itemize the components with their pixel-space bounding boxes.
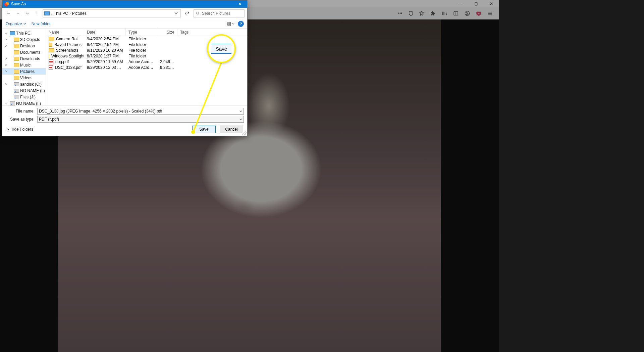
folder-icon xyxy=(14,76,19,80)
tree-item[interactable]: ⌄NO NAME (I:) xyxy=(2,100,46,105)
svg-rect-6 xyxy=(227,24,228,26)
organize-menu[interactable]: Organize xyxy=(6,21,26,26)
folder-icon xyxy=(49,37,54,41)
file-row[interactable]: DSC_3138.pdf9/29/2020 12:03 PMAdobe Acro… xyxy=(46,64,247,70)
folder-tree[interactable]: ⌄This PC>3D Objects>DesktopDocuments>Dow… xyxy=(2,29,46,105)
savetype-label: Save as type: xyxy=(6,117,35,122)
pc-icon xyxy=(10,31,15,35)
dialog-close-button[interactable]: ✕ xyxy=(232,0,247,8)
firefox-icon xyxy=(4,2,9,6)
hide-folders-toggle[interactable]: Hide Folders xyxy=(6,127,33,132)
svg-point-3 xyxy=(197,12,199,14)
tree-item[interactable]: >Downloads xyxy=(2,55,46,62)
chevron-down-icon xyxy=(23,23,26,25)
dialog-title: Save As xyxy=(11,2,232,6)
folder-icon xyxy=(49,43,52,47)
search-input[interactable]: Search Pictures xyxy=(194,9,245,17)
nav-up-button[interactable]: ↑ xyxy=(33,10,41,17)
chevron-down-icon[interactable] xyxy=(239,109,242,114)
search-placeholder: Search Pictures xyxy=(202,11,230,16)
tree-item[interactable]: >Pictures xyxy=(2,68,46,75)
tree-item[interactable]: >Desktop xyxy=(2,43,46,49)
view-options-button[interactable] xyxy=(226,21,234,26)
breadcrumb-item[interactable]: Pictures xyxy=(72,11,87,16)
folder-icon xyxy=(14,50,19,54)
folder-icon xyxy=(49,54,49,58)
refresh-button[interactable] xyxy=(183,9,192,17)
folder-icon xyxy=(14,70,19,74)
filename-label: File name: xyxy=(6,109,35,114)
column-size[interactable]: Size xyxy=(157,29,177,36)
folder-icon xyxy=(14,57,19,61)
savetype-row: Save as type: PDF (*.pdf) xyxy=(6,116,244,123)
chevron-right-icon: › xyxy=(51,11,52,16)
filename-input[interactable]: DSC_3138.jpg (JPEG Image, 4256 × 2832 pi… xyxy=(37,108,244,115)
pdf-icon xyxy=(49,65,53,70)
tree-item[interactable]: NO NAME (I:) xyxy=(2,87,46,94)
breadcrumb-bar[interactable]: › This PC › Pictures xyxy=(43,9,181,17)
pc-icon xyxy=(44,11,50,15)
svg-rect-4 xyxy=(227,22,228,24)
drive-icon xyxy=(14,95,19,99)
folder-icon xyxy=(49,48,54,52)
folder-icon xyxy=(14,63,19,67)
nav-back-button[interactable]: ← xyxy=(5,10,12,17)
pdf-icon xyxy=(49,59,53,64)
nav-recent-dropdown[interactable] xyxy=(24,10,31,17)
nav-forward-button[interactable]: → xyxy=(14,10,22,17)
folder-icon xyxy=(14,44,19,48)
resize-grip[interactable] xyxy=(243,131,247,135)
tree-item[interactable]: Documents xyxy=(2,49,46,55)
tree-item[interactable]: Files (J:) xyxy=(2,94,46,100)
dialog-fields: File name: DSC_3138.jpg (JPEG Image, 425… xyxy=(2,105,247,123)
drive-icon xyxy=(14,82,19,86)
tree-item[interactable]: >sandisk (C:) xyxy=(2,81,46,87)
tree-item[interactable]: >Music xyxy=(2,62,46,68)
savetype-select[interactable]: PDF (*.pdf) xyxy=(37,116,244,123)
breadcrumb-item[interactable]: This PC xyxy=(54,11,68,16)
column-name[interactable]: Name xyxy=(46,29,84,36)
drive-icon xyxy=(14,89,19,93)
chevron-up-icon xyxy=(6,128,9,131)
tree-item[interactable]: Videos xyxy=(2,75,46,81)
filename-row: File name: DSC_3138.jpg (JPEG Image, 425… xyxy=(6,108,244,115)
dialog-footer: Hide Folders Save Cancel xyxy=(2,123,247,136)
save-as-dialog: Save As ✕ ← → ↑ › This PC › Pictures Sea… xyxy=(2,0,248,136)
column-date[interactable]: Date xyxy=(84,29,126,36)
dialog-toolbar: Organize New folder ? xyxy=(2,19,247,29)
folder-icon xyxy=(14,38,19,42)
save-button[interactable]: Save xyxy=(192,126,216,133)
drive-icon xyxy=(10,101,15,105)
search-icon xyxy=(196,11,200,15)
new-folder-button[interactable]: New folder xyxy=(32,21,51,26)
tree-item[interactable]: >3D Objects xyxy=(2,36,46,43)
svg-rect-5 xyxy=(229,22,230,24)
magnifier-callout: Save xyxy=(207,34,236,63)
tree-item[interactable]: ⌄This PC xyxy=(2,30,46,36)
magnified-save-button: Save xyxy=(211,44,231,54)
chevron-down-icon[interactable] xyxy=(239,117,242,122)
column-type[interactable]: Type xyxy=(126,29,157,36)
dialog-titlebar: Save As ✕ xyxy=(2,0,247,8)
help-button[interactable]: ? xyxy=(238,21,244,27)
svg-rect-7 xyxy=(229,24,230,26)
chevron-right-icon: › xyxy=(69,11,71,16)
column-tags[interactable]: Tags xyxy=(177,29,247,36)
breadcrumb-dropdown[interactable] xyxy=(173,11,179,16)
dialog-nav-row: ← → ↑ › This PC › Pictures Search Pictur… xyxy=(2,8,247,19)
cancel-button[interactable]: Cancel xyxy=(220,126,243,133)
